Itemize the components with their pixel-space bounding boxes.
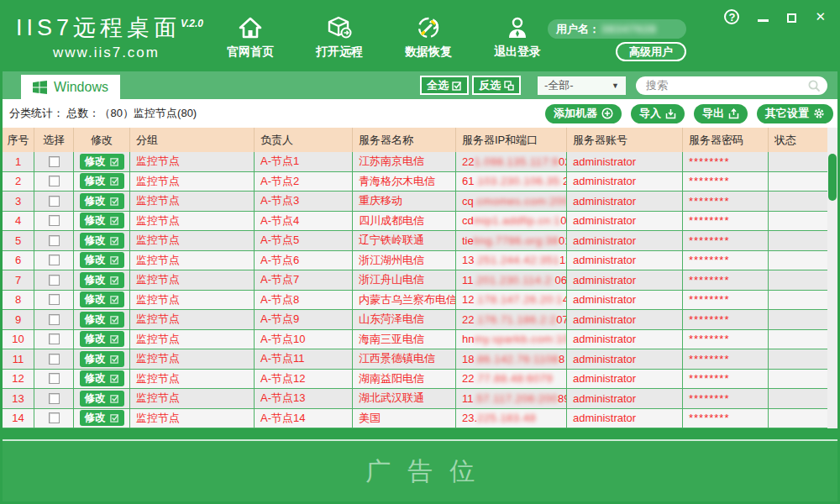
cell-serial: 14 xyxy=(3,409,34,428)
checkbox-check-icon xyxy=(110,157,119,166)
cube-icon xyxy=(327,15,352,40)
cell-account: administrator xyxy=(567,152,683,171)
cell-serial: 7 xyxy=(3,270,34,290)
cell-password: ******** xyxy=(683,270,769,290)
cell-modify: 修改 xyxy=(74,251,130,270)
minimize-button[interactable] xyxy=(758,19,769,22)
app-logo: IIS7远程桌面V.2.0 www.iis7.com xyxy=(16,13,197,61)
table-row[interactable]: 9修改监控节点A-节点9山东菏泽电信22.176.71.186.2:207adm… xyxy=(3,310,827,330)
username-label: 用户名： xyxy=(556,22,600,37)
checkbox-check-icon xyxy=(110,394,119,403)
cell-server-name: 海南三亚电信 xyxy=(353,330,456,349)
modify-button[interactable]: 修改 xyxy=(80,410,124,426)
invert-select-button[interactable]: 反选 xyxy=(472,76,521,95)
nav-item-open-remote[interactable]: 打开远程 xyxy=(309,15,370,60)
action-buttons: 添加机器 导入 导出 其它设置 xyxy=(545,104,833,123)
checkbox-check-icon xyxy=(110,315,119,324)
cell-password: ******** xyxy=(683,330,769,349)
modify-button[interactable]: 修改 xyxy=(80,331,124,347)
user-level-badge[interactable]: 高级用户 xyxy=(616,42,686,61)
windows-logo-icon xyxy=(33,81,47,94)
modify-button[interactable]: 修改 xyxy=(80,252,124,268)
table-row[interactable]: 10修改监控节点A-节点10海南三亚电信hnmy.sparkb.com:1000… xyxy=(3,330,827,350)
nav-label: 官网首页 xyxy=(227,45,274,60)
nav-item-home[interactable]: 官网首页 xyxy=(220,15,281,60)
table-row[interactable]: 2修改监控节点A-节点2青海格尔木电信61.103.230.106.35:27a… xyxy=(3,172,827,192)
modify-button[interactable]: 修改 xyxy=(80,291,124,307)
row-checkbox[interactable] xyxy=(49,275,60,286)
row-checkbox[interactable] xyxy=(49,393,60,404)
other-settings-button[interactable]: 其它设置 xyxy=(757,104,833,123)
modify-button[interactable]: 修改 xyxy=(80,312,124,328)
row-checkbox[interactable] xyxy=(49,373,60,384)
row-checkbox[interactable] xyxy=(49,333,60,344)
row-checkbox[interactable] xyxy=(49,235,60,246)
table-row[interactable]: 4修改监控节点A-节点4四川成都电信cdmip1.addfip.cn:102ad… xyxy=(3,212,827,232)
close-button[interactable]: ✕ xyxy=(815,9,826,24)
table-row[interactable]: 5修改监控节点A-节点5辽宁铁岭联通tieling.7786.org:3801a… xyxy=(3,231,827,251)
cell-ip-port: 61.103.230.106.35:27 xyxy=(456,172,567,192)
row-checkbox[interactable] xyxy=(49,294,60,305)
row-checkbox[interactable] xyxy=(49,314,60,325)
help-button[interactable]: ? xyxy=(724,9,739,24)
import-icon xyxy=(665,108,676,119)
cell-ip-port: 221.098.135.117:902 xyxy=(456,152,567,171)
row-checkbox[interactable] xyxy=(49,196,60,207)
ip-suffix: 02 xyxy=(559,155,567,168)
modify-button[interactable]: 修改 xyxy=(80,154,124,170)
modify-button[interactable]: 修改 xyxy=(80,272,124,288)
row-checkbox[interactable] xyxy=(49,255,60,265)
group-filter-dropdown[interactable]: -全部- ▼ xyxy=(538,76,626,95)
cell-owner: A-节点1 xyxy=(255,152,353,171)
row-checkbox[interactable] xyxy=(49,354,60,365)
cell-select xyxy=(34,310,74,329)
table-row[interactable]: 14修改监控节点A-节点14美国23.225.183.48administrat… xyxy=(3,409,827,429)
modify-label: 修改 xyxy=(85,411,106,425)
vertical-scrollbar[interactable] xyxy=(827,128,837,428)
modify-button[interactable]: 修改 xyxy=(80,391,124,407)
add-machine-button[interactable]: 添加机器 xyxy=(545,104,622,123)
nav-item-logout[interactable]: 退出登录 xyxy=(487,15,548,60)
table-row[interactable]: 6修改监控节点A-节点6浙江湖州电信13.251.244.42:35113adm… xyxy=(3,251,827,271)
table-row[interactable]: 12修改监控节点A-节点12湖南益阳电信22.77.88.48:6079admi… xyxy=(3,370,827,390)
cell-status xyxy=(769,389,827,408)
ad-banner[interactable]: 广告位 xyxy=(3,441,837,501)
table-row[interactable]: 8修改监控节点A-节点8内蒙古乌兰察布电信12.178.147.26.20:14… xyxy=(3,291,827,311)
cell-password: ******** xyxy=(683,349,769,369)
modify-label: 修改 xyxy=(85,371,106,386)
row-checkbox[interactable] xyxy=(49,412,60,423)
cell-serial: 3 xyxy=(3,192,34,211)
table-row[interactable]: 13修改监控节点A-节点13湖北武汉联通11.57.117.206:20089a… xyxy=(3,389,827,409)
row-checkbox[interactable] xyxy=(49,215,60,226)
modify-label: 修改 xyxy=(85,312,106,327)
user-box: 用户名： 38347628 高级用户 xyxy=(548,19,686,39)
cell-status xyxy=(769,349,827,369)
row-checkbox[interactable] xyxy=(49,176,60,186)
nav-item-data-recovery[interactable]: 数据恢复 xyxy=(398,15,459,60)
import-button[interactable]: 导入 xyxy=(631,104,685,123)
modify-button[interactable]: 修改 xyxy=(80,173,124,189)
modify-button[interactable]: 修改 xyxy=(80,351,124,367)
row-checkbox[interactable] xyxy=(49,156,60,167)
select-all-button[interactable]: 全选 xyxy=(420,76,469,95)
modify-label: 修改 xyxy=(85,234,106,248)
search-icon[interactable] xyxy=(807,79,821,92)
table-row[interactable]: 1修改监控节点A-节点1江苏南京电信221.098.135.117:902adm… xyxy=(3,152,827,172)
table-row[interactable]: 3修改监控节点A-节点3重庆移动cq.cmomes.com:20008admin… xyxy=(3,192,827,212)
modify-button[interactable]: 修改 xyxy=(80,213,124,228)
modify-button[interactable]: 修改 xyxy=(80,233,124,249)
maximize-button[interactable] xyxy=(787,13,796,23)
modify-button[interactable]: 修改 xyxy=(80,370,124,386)
table-row[interactable]: 7修改监控节点A-节点7浙江舟山电信11.201.230.114.2:06adm… xyxy=(3,270,827,291)
tab-windows[interactable]: Windows xyxy=(21,75,120,99)
export-button[interactable]: 导出 xyxy=(694,104,748,123)
table-row[interactable]: 11修改监控节点A-节点11江西景德镇电信18.86.142.76:11088a… xyxy=(3,349,827,370)
search-input[interactable] xyxy=(646,79,807,92)
ip-prefix: 22 xyxy=(462,372,474,385)
tab-label: Windows xyxy=(54,80,108,95)
cell-ip-port: 13.251.244.42:35113 xyxy=(456,251,567,270)
modify-button[interactable]: 修改 xyxy=(80,193,124,209)
scrollbar-thumb[interactable] xyxy=(828,154,837,201)
modify-label: 修改 xyxy=(85,155,106,169)
top-bar: IIS7远程桌面V.2.0 www.iis7.com 官网首页 打开远程 xyxy=(3,3,837,71)
